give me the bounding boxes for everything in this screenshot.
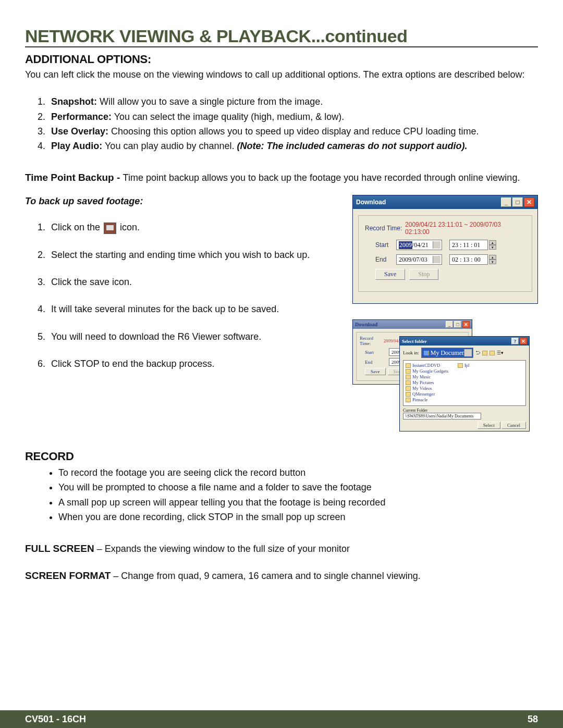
dialog-titlebar[interactable]: Select folder ? ✕ (400, 337, 529, 346)
start-label: Start (365, 350, 389, 355)
list-item: Click the save icon. (48, 276, 342, 288)
maximize-button[interactable]: □ (454, 321, 461, 328)
folder-icon (406, 392, 411, 397)
list-item: A small pop up screen will appear tellin… (58, 496, 538, 509)
backup-subhead: To back up saved footage: (25, 195, 342, 207)
list-item[interactable]: My Music (406, 374, 448, 379)
folder-list[interactable]: InstantCDDVD My Google Gadgets My Music … (403, 360, 526, 406)
save-button[interactable]: Save (365, 368, 386, 375)
list-item: Play Audio: You can play audio by channe… (48, 140, 538, 152)
page-footer: CV501 - 16CH 58 (0, 710, 563, 728)
desc: You can select the image quality (high, … (112, 112, 344, 122)
list-item[interactable]: My Videos (406, 386, 448, 391)
list-item: To record the footage you are seeing cli… (58, 466, 538, 479)
view-menu-icon[interactable]: ☰▾ (497, 350, 504, 355)
end-date-select[interactable]: 2009/07/03 (396, 254, 442, 265)
minimize-button[interactable]: _ (446, 321, 453, 328)
page-number: 58 (528, 714, 538, 725)
list-item: Use Overlay: Choosing this option allows… (48, 125, 538, 138)
record-time-label: Record Time: (365, 225, 405, 232)
end-label: End (365, 360, 389, 365)
desc: Choosing this option allows you to speed… (108, 126, 479, 137)
download-dialog: Download _ □ ✕ Record Time: 2009/04/21 2… (352, 195, 538, 304)
maximize-button[interactable]: □ (512, 198, 523, 207)
tpb-term: Time Point Backup - (25, 172, 123, 183)
close-button[interactable]: ✕ (462, 321, 470, 328)
cancel-button[interactable]: Cancel (501, 422, 526, 429)
new-folder-icon[interactable] (489, 351, 495, 355)
term: Play Audio: (51, 141, 102, 151)
fullscreen-term: FULL SCREEN (25, 543, 94, 554)
dialog-title: Download (355, 322, 377, 327)
record-time-value: 2009/04/21 23:11:01 ~ 2009/07/03 02:13:0… (405, 221, 525, 236)
list-item[interactable]: Pinnacle (406, 397, 448, 402)
list-item[interactable]: My Pictures (406, 380, 448, 385)
list-item[interactable]: InstantCDDVD (406, 363, 448, 368)
screenformat-desc: – Change from quad, 9 camera, 16 camera … (111, 571, 420, 581)
folder-icon (406, 363, 411, 368)
list-item: You will need to download the R6 Viewer … (48, 330, 342, 343)
select-button[interactable]: Select (478, 422, 500, 429)
record-bullets: To record the footage you are seeing cli… (25, 466, 538, 523)
fullscreen-desc: – Expands the viewing window to the full… (94, 544, 350, 554)
list-item: Performance: You can select the image qu… (48, 110, 538, 123)
list-item[interactable]: My Google Gadgets (406, 368, 448, 374)
backup-icon (104, 223, 116, 234)
start-label: Start (375, 241, 396, 249)
list-item[interactable]: QMessenger (406, 391, 448, 397)
folder-icon (458, 363, 463, 368)
backup-steps: Click on the icon. Select the starting a… (25, 221, 342, 370)
current-folder-path[interactable]: \\SWATS89\Users\Nadia\My Documents (403, 413, 481, 419)
list-item: Click STOP to end the backup process. (48, 357, 342, 370)
folder-icon (406, 375, 411, 379)
list-item: Snapshot: Will allow you to save a singl… (48, 95, 538, 108)
lookin-label: Look in: (403, 350, 419, 355)
lookin-select[interactable]: My Documents (421, 348, 473, 358)
list-item: When you are done recording, click STOP … (58, 511, 538, 523)
note: (Note: The included cameras do not suppo… (237, 141, 468, 151)
save-button[interactable]: Save (375, 269, 405, 280)
dialog-title: Select folder (402, 339, 427, 344)
term: Performance: (51, 112, 112, 122)
start-time-spinner[interactable]: ▴▾ (489, 240, 496, 250)
stop-button[interactable]: Stop (409, 269, 438, 280)
folder-icon (406, 380, 411, 385)
dialog-titlebar[interactable]: Download _ □ ✕ (353, 195, 537, 209)
record-heading: RECORD (25, 450, 538, 463)
list-item: You will be prompted to choose a file na… (58, 481, 538, 493)
list-item[interactable]: Ipl (458, 363, 469, 368)
tpb-desc: Time point backup allows you to back up … (123, 172, 520, 183)
up-folder-icon[interactable] (482, 351, 487, 355)
list-item: It will take several minutes for the bac… (48, 303, 342, 315)
back-icon[interactable]: ⮌ (475, 350, 480, 355)
folder-icon (406, 386, 411, 391)
help-button[interactable]: ? (511, 338, 519, 344)
start-date-select[interactable]: 2009/04/21 (396, 240, 442, 250)
additional-heading: ADDITIONAL OPTIONS: (25, 53, 538, 66)
close-button[interactable]: ✕ (520, 338, 527, 344)
end-time-spinner[interactable]: ▴▾ (489, 255, 496, 264)
minimize-button[interactable]: _ (501, 198, 511, 207)
term: Snapshot: (51, 96, 97, 107)
chapter-title-bar: NETWORK VIEWING & PLAYBACK...continued (25, 26, 538, 47)
screenformat-term: SCREEN FORMAT (25, 570, 111, 581)
dialog-title: Download (356, 199, 386, 206)
term: Use Overlay: (51, 126, 108, 137)
folder-icon (406, 369, 411, 374)
select-folder-dialog: Select folder ? ✕ Look in: My Documents … (399, 336, 530, 431)
desc: You can play audio by channel. (102, 141, 237, 151)
chapter-title: NETWORK VIEWING & PLAYBACK...continued (25, 26, 538, 46)
end-label: End (375, 256, 396, 263)
close-button[interactable]: ✕ (524, 198, 534, 207)
end-time-input[interactable]: 02 : 13 : 00 (449, 254, 488, 265)
record-time-label: Record Time: (360, 336, 384, 346)
folder-icon (406, 398, 411, 402)
start-time-input[interactable]: 23 : 11 : 01 (449, 240, 488, 250)
footer-model: CV501 - 16CH (25, 714, 86, 725)
additional-list: Snapshot: Will allow you to save a singl… (25, 95, 538, 152)
screenformat-para: SCREEN FORMAT – Change from quad, 9 came… (25, 569, 538, 583)
list-item: Click on the icon. (48, 221, 342, 233)
dialog-titlebar[interactable]: Download _ □ ✕ (353, 320, 472, 329)
current-folder-label: Current Folder (403, 408, 526, 413)
folder-icon (424, 351, 429, 355)
